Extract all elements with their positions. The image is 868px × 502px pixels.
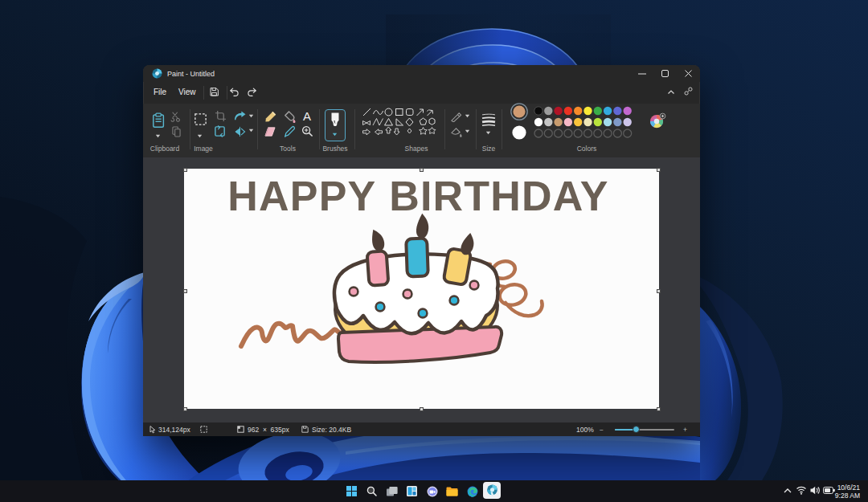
svg-text:A: A <box>303 110 311 123</box>
